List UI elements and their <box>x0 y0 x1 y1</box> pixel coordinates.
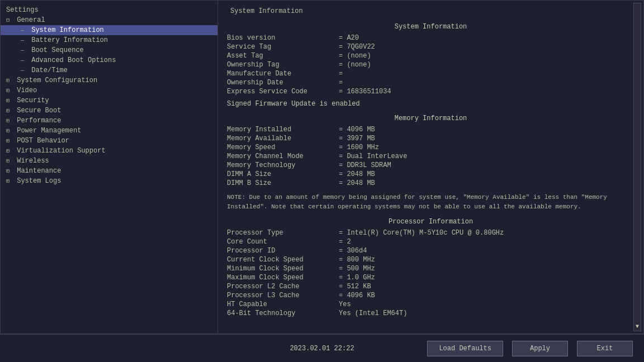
dash-icon: — <box>21 47 27 54</box>
table-row: Processor ID= 306d4 <box>227 247 634 255</box>
row-value: = 800 MHz <box>339 256 375 264</box>
row-value: = Dual InterLeave <box>339 153 407 160</box>
row-value: = <box>339 70 343 78</box>
virtualization-support-label: Virtualization Support <box>17 147 105 155</box>
table-row: DIMM B Size= 2048 MB <box>227 179 634 187</box>
table-row: 64-Bit TechnologyYes (Intel EM64T) <box>227 309 634 317</box>
table-row: Memory Installed= 4096 MB <box>227 126 634 134</box>
firmware-note: Signed Firmware Update is enabled <box>227 100 360 108</box>
system-logs-label: System Logs <box>17 177 61 185</box>
performance-label: Performance <box>17 117 61 125</box>
memory-info-table: Memory Installed= 4096 MBMemory Availabl… <box>227 126 634 187</box>
plus-icon: ⊞ <box>6 127 13 134</box>
table-row: Express Service Code= 16836511034 <box>227 88 634 96</box>
content-outer-title: System Information <box>227 6 634 16</box>
table-row: Ownership Tag= (none) <box>227 61 634 69</box>
minus-icon: ⊟ <box>6 17 13 23</box>
sidebar-item-wireless[interactable]: ⊞ Wireless <box>1 156 217 166</box>
row-value: = 2 <box>339 238 351 246</box>
table-row: Memory Technology= DDR3L SDRAM <box>227 161 634 169</box>
table-row: Bios version= A20 <box>227 34 634 42</box>
exit-button[interactable]: Exit <box>577 341 633 356</box>
scrollbar[interactable]: ▼ <box>633 3 641 331</box>
sidebar-item-virtualization-support[interactable]: ⊞ Virtualization Support <box>1 146 217 156</box>
row-value: = 2048 MB <box>339 170 375 178</box>
row-label: Memory Available <box>227 135 339 142</box>
row-label: Express Service Code <box>227 88 339 96</box>
table-row: Current Clock Speed= 800 MHz <box>227 256 634 264</box>
table-row: Asset Tag= (none) <box>227 52 634 60</box>
row-label: Minimum Clock Speed <box>227 265 339 273</box>
main-area: Settings ⊟ General — System Information … <box>0 0 644 334</box>
sidebar-item-secure-boot[interactable]: ⊞ Secure Boot <box>1 106 217 116</box>
table-row: Memory Available= 3997 MB <box>227 135 634 142</box>
table-row: Memory Speed= 1600 MHz <box>227 144 634 151</box>
power-management-label: Power Management <box>17 127 81 135</box>
row-value: = 7QG0V22 <box>339 43 375 51</box>
sidebar-item-advanced-boot-options[interactable]: — Advanced Boot Options <box>1 55 217 65</box>
table-row: Memory Channel Mode= Dual InterLeave <box>227 153 634 160</box>
row-value: = 1.0 GHz <box>339 274 375 282</box>
dash-icon: — <box>21 58 27 64</box>
settings-label: Settings <box>6 6 39 14</box>
row-value: Yes <box>339 301 351 308</box>
row-value: = A20 <box>339 34 359 42</box>
load-defaults-button[interactable]: Load Defaults <box>427 341 503 356</box>
table-row: Manufacture Date= <box>227 70 634 78</box>
advanced-boot-options-label: Advanced Boot Options <box>31 56 116 64</box>
memory-section-title: Memory Information <box>227 115 634 122</box>
row-label: Processor Type <box>227 229 339 237</box>
bottom-bar: 2023.02.01 22:22 Load Defaults Apply Exi… <box>0 334 644 362</box>
row-label: HT Capable <box>227 301 339 308</box>
sidebar-item-video[interactable]: ⊞ Video <box>1 85 217 96</box>
plus-icon: ⊞ <box>6 107 13 114</box>
plus-icon: ⊞ <box>6 158 13 164</box>
sidebar-item-system-configuration[interactable]: ⊞ System Configuration <box>1 75 217 85</box>
scroll-down-arrow[interactable]: ▼ <box>636 323 639 330</box>
sidebar-item-performance[interactable]: ⊞ Performance <box>1 116 217 126</box>
row-label: Processor L3 Cache <box>227 292 339 299</box>
plus-icon: ⊞ <box>6 178 13 184</box>
bios-screen: Settings ⊟ General — System Information … <box>0 0 644 362</box>
table-row: DIMM A Size= 2048 MB <box>227 170 634 178</box>
sidebar-item-boot-sequence[interactable]: — Boot Sequence <box>1 45 217 55</box>
dash-icon: — <box>21 68 27 74</box>
maintenance-label: Maintenance <box>17 167 61 175</box>
sidebar-item-system-information[interactable]: — System Information <box>1 25 217 35</box>
table-row: Service Tag= 7QG0V22 <box>227 43 634 51</box>
row-label: Asset Tag <box>227 52 339 60</box>
sidebar-item-datetime[interactable]: — Date/Time <box>1 65 217 75</box>
sidebar-item-settings-title: Settings <box>1 5 217 15</box>
sidebar-item-battery-information[interactable]: — Battery Information <box>1 35 217 45</box>
apply-button[interactable]: Apply <box>512 341 568 356</box>
plus-icon: ⊞ <box>6 117 13 124</box>
row-value: = 4096 KB <box>339 292 375 299</box>
table-row: Processor L3 Cache= 4096 KB <box>227 292 634 299</box>
row-label: Core Count <box>227 238 339 246</box>
row-label: Processor ID <box>227 247 339 255</box>
button-row: Load Defaults Apply Exit <box>427 341 633 356</box>
sidebar-item-power-management[interactable]: ⊞ Power Management <box>1 126 217 136</box>
general-label: General <box>17 16 45 24</box>
row-value: = (none) <box>339 52 371 60</box>
video-label: Video <box>17 87 37 94</box>
row-value: = (none) <box>339 61 371 69</box>
row-value: = 3997 MB <box>339 135 375 142</box>
system-info-table: Bios version= A20Service Tag= 7QG0V22Ass… <box>227 34 634 96</box>
row-label: Bios version <box>227 34 339 42</box>
sidebar-item-security[interactable]: ⊞ Security <box>1 96 217 106</box>
dash-icon: — <box>21 27 27 34</box>
row-label: Memory Channel Mode <box>227 153 339 160</box>
sidebar-item-system-logs[interactable]: ⊞ System Logs <box>1 176 217 186</box>
processor-section-title: Processor Information <box>227 218 634 226</box>
sidebar-item-maintenance[interactable]: ⊞ Maintenance <box>1 166 217 176</box>
table-row: Processor Type= Intel(R) Core(TM) M-5Y10… <box>227 229 634 237</box>
plus-icon: ⊞ <box>6 147 13 154</box>
sidebar-item-general[interactable]: ⊟ General <box>1 15 217 25</box>
datetime-label: Date/Time <box>31 66 68 74</box>
sidebar-item-post-behavior[interactable]: ⊞ POST Behavior <box>1 136 217 146</box>
table-row: HT CapableYes <box>227 301 634 308</box>
plus-icon: ⊞ <box>6 168 13 174</box>
row-label: 64-Bit Technology <box>227 309 339 317</box>
row-value: = Intel(R) Core(TM) M-5Y10c CPU @ 0.80GH… <box>339 229 504 237</box>
